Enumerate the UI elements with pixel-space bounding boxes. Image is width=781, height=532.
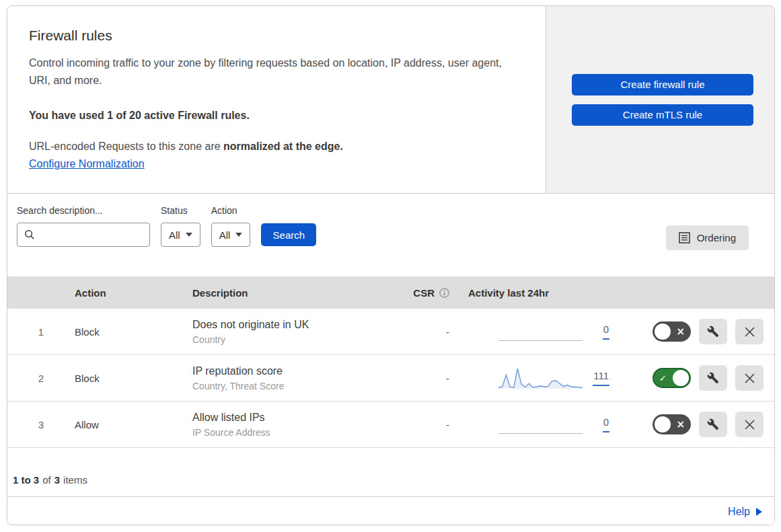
normalization-bold: normalized at the edge. xyxy=(223,141,343,152)
activity-count-link[interactable]: 111 xyxy=(593,370,609,386)
rule-description: Does not originate in UK xyxy=(192,319,387,331)
rule-priority: 3 xyxy=(7,419,75,430)
normalization-prefix: URL-encoded Requests to this zone are xyxy=(29,141,223,152)
column-header-action: Action xyxy=(75,287,192,299)
activity-sparkline xyxy=(498,365,583,391)
rule-enabled-toggle[interactable]: × xyxy=(653,321,691,342)
page-description: Control incoming traffic to your zone by… xyxy=(29,54,503,89)
toggle-state-icon: × xyxy=(676,420,685,430)
wrench-icon xyxy=(707,418,719,430)
search-group: Search description... xyxy=(17,205,150,247)
pagination-total: 3 xyxy=(54,474,60,486)
table-pagination-summary: 1 to 3 of 3 items xyxy=(7,448,774,496)
activity-count-link[interactable]: 0 xyxy=(603,324,609,340)
rule-controls: × xyxy=(613,412,774,437)
toggle-knob xyxy=(655,416,671,432)
status-filter-group: Status All xyxy=(161,205,200,247)
search-button[interactable]: Search xyxy=(261,223,316,246)
rule-priority: 1 xyxy=(7,326,75,338)
rule-criteria: Country, Threat Score xyxy=(192,381,387,391)
rule-description: Allow listed IPs xyxy=(192,412,387,424)
ordering-button[interactable]: Ordering xyxy=(666,225,749,250)
ordering-icon xyxy=(679,232,690,243)
column-header-activity: Activity last 24hr xyxy=(455,287,613,299)
edit-rule-button[interactable] xyxy=(699,365,727,391)
configure-normalization-link[interactable]: Configure Normalization xyxy=(29,158,145,170)
rule-controls: ✓ xyxy=(613,365,774,391)
help-arrow-icon xyxy=(756,508,762,516)
delete-rule-button[interactable] xyxy=(735,319,764,344)
csr-header-label: CSR xyxy=(413,287,435,299)
rule-criteria: Country xyxy=(192,334,387,345)
rule-description-cell: IP reputation score Country, Threat Scor… xyxy=(192,365,387,391)
search-label: Search description... xyxy=(17,205,150,216)
header-actions-panel: Create firewall rule Create mTLS rule xyxy=(546,6,774,193)
column-header-csr: CSR xyxy=(387,287,455,299)
column-header-description: Description xyxy=(192,287,387,299)
action-dropdown[interactable]: All xyxy=(211,223,251,247)
delete-rule-button[interactable] xyxy=(735,365,764,391)
status-label: Status xyxy=(161,205,200,216)
normalization-note: URL-encoded Requests to this zone are no… xyxy=(29,141,519,153)
filter-bar: Search description... Status All Action … xyxy=(7,194,774,276)
table-row: 2 Block IP reputation score Country, Thr… xyxy=(7,355,774,402)
create-firewall-rule-button[interactable]: Create firewall rule xyxy=(572,74,753,96)
usage-summary: You have used 1 of 20 active Firewall ru… xyxy=(29,110,519,122)
pagination-of: of xyxy=(42,474,51,486)
action-dropdown-value: All xyxy=(219,229,231,241)
wrench-icon xyxy=(707,326,719,338)
toggle-knob xyxy=(655,324,671,340)
pagination-range: 1 to 3 xyxy=(13,474,39,486)
activity-sparkline xyxy=(498,411,583,438)
action-filter-group: Action All xyxy=(211,205,251,247)
help-link[interactable]: Help xyxy=(728,506,762,518)
rule-csr-value: - xyxy=(387,373,455,384)
firewall-rules-card: Firewall rules Control incoming traffic … xyxy=(7,5,775,525)
search-input[interactable] xyxy=(40,229,143,241)
table-header-row: Action Description CSR Activity last 24h… xyxy=(7,276,774,309)
rule-activity-cell: 0 xyxy=(455,402,613,447)
table-row: 1 Block Does not originate in UK Country… xyxy=(7,309,774,355)
table-row: 3 Allow Allow listed IPs IP Source Addre… xyxy=(7,402,774,448)
rule-description: IP reputation score xyxy=(192,365,387,377)
chevron-down-icon xyxy=(186,233,192,237)
page-title: Firewall rules xyxy=(29,28,519,44)
rule-action: Allow xyxy=(75,419,192,430)
toggle-state-icon: × xyxy=(676,327,685,337)
toggle-state-icon: ✓ xyxy=(659,374,667,383)
help-link-label: Help xyxy=(728,506,750,518)
rule-csr-value: - xyxy=(387,419,455,430)
rule-activity-cell: 111 xyxy=(455,355,613,401)
rule-action: Block xyxy=(75,373,192,384)
rule-enabled-toggle[interactable]: × xyxy=(653,414,691,434)
create-mtls-rule-button[interactable]: Create mTLS rule xyxy=(572,104,753,126)
edit-rule-button[interactable] xyxy=(699,319,727,344)
ordering-button-label: Ordering xyxy=(697,232,736,243)
edit-rule-button[interactable] xyxy=(699,412,727,437)
pagination-items-label: items xyxy=(63,474,87,486)
status-dropdown-value: All xyxy=(169,229,180,241)
activity-sparkline xyxy=(498,318,583,345)
help-bar: Help xyxy=(7,496,774,525)
toggle-knob xyxy=(673,370,689,386)
activity-flatline xyxy=(498,433,583,434)
rule-description-cell: Allow listed IPs IP Source Address xyxy=(192,412,387,438)
rule-description-cell: Does not originate in UK Country xyxy=(192,319,387,345)
rule-controls: × xyxy=(613,319,774,344)
status-dropdown[interactable]: All xyxy=(161,223,200,247)
action-label: Action xyxy=(211,205,251,216)
close-icon xyxy=(744,419,755,430)
rule-csr-value: - xyxy=(387,326,455,338)
rule-criteria: IP Source Address xyxy=(192,427,387,438)
delete-rule-button[interactable] xyxy=(735,412,764,437)
activity-flatline xyxy=(498,340,583,341)
rule-activity-cell: 0 xyxy=(455,309,613,354)
search-input-wrapper[interactable] xyxy=(17,223,150,247)
rule-enabled-toggle[interactable]: ✓ xyxy=(653,368,691,388)
close-icon xyxy=(744,373,755,384)
info-icon[interactable] xyxy=(439,288,449,298)
activity-count-link[interactable]: 0 xyxy=(603,416,609,432)
header-section: Firewall rules Control incoming traffic … xyxy=(7,6,774,194)
close-icon xyxy=(744,326,755,338)
chevron-down-icon xyxy=(235,233,242,237)
